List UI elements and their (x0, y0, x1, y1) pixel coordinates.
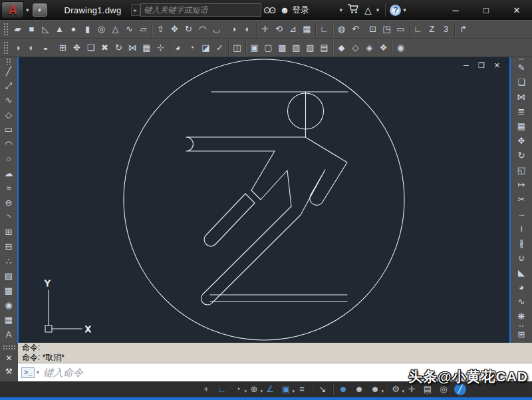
copy-icon[interactable]: ❏ (515, 76, 529, 91)
command-prompt-caret-icon[interactable]: ▾ (37, 369, 39, 375)
visual-2d-wireframe-icon[interactable]: ▣ (247, 41, 261, 55)
workspace-switching-icon[interactable]: ⚙▾ (388, 383, 404, 397)
fillet-icon[interactable]: ◕ (515, 281, 529, 296)
help-button[interactable]: ? (390, 5, 401, 16)
cone-icon[interactable]: ▲ (53, 23, 66, 37)
chamfer-edge-icon[interactable]: ◔ (185, 41, 199, 55)
3d-rotate-icon[interactable]: ↻ (182, 23, 196, 37)
gizmo-move-icon[interactable]: ✛ (258, 23, 272, 37)
circle-icon[interactable]: ○ (2, 152, 16, 167)
solid-subtract-icon[interactable]: ◐ (25, 41, 39, 55)
lineweight-icon[interactable]: ≡ (294, 383, 310, 397)
table-icon[interactable]: ▦ (2, 313, 16, 328)
join-icon[interactable]: ∪ (515, 252, 529, 266)
gizmo-rotate-icon[interactable]: ⟲ (272, 23, 286, 37)
toolbar-grip[interactable] (3, 41, 9, 55)
render-presets-icon[interactable]: ❖ (376, 41, 390, 55)
drawing-close-button[interactable]: ✕ (494, 61, 500, 69)
sphere-icon[interactable]: ● (66, 23, 80, 37)
selection-cycling-icon[interactable]: ↘ (315, 383, 331, 397)
dynamic-input-icon[interactable]: + (198, 383, 214, 397)
quick-access-toggle-button[interactable]: ▾ (33, 3, 47, 17)
polysolid-icon[interactable]: ▰ (11, 23, 25, 37)
ucs-previous-icon[interactable]: ↶ (348, 23, 362, 37)
visual-hidden-icon[interactable]: ▩ (275, 41, 289, 55)
ucs-view-icon[interactable]: ▭ (394, 23, 408, 37)
osnap-tracking-icon[interactable]: ⊕▾ (246, 383, 262, 397)
annotation-scale-icon[interactable]: ☻▾ (367, 383, 383, 397)
command-history[interactable]: 命令:命令: *取消* (18, 343, 532, 363)
visual-wireframe-icon[interactable]: ▢ (261, 41, 275, 55)
pyramid-icon[interactable]: △ (108, 23, 122, 37)
search-expand-button[interactable]: ▸ (131, 4, 140, 16)
visual-conceptual-icon[interactable]: ▧ (303, 41, 317, 55)
help-caret-icon[interactable]: ▾ (403, 7, 406, 13)
object-snap-icon[interactable]: ▣▾ (278, 383, 294, 397)
app-menu-caret-icon[interactable]: ▾ (26, 7, 29, 13)
annotation-visibility-icon[interactable]: ☻ (335, 383, 351, 397)
render-camera-icon[interactable]: ◉ (394, 41, 408, 55)
extend-icon[interactable]: → (515, 208, 529, 222)
3d-move-op-icon[interactable]: ✥ (70, 41, 84, 55)
explode-icon[interactable]: ❋ (515, 310, 529, 325)
visual-shaded-icon[interactable]: ▤ (317, 41, 331, 55)
rotate-icon[interactable]: ↻ (515, 149, 529, 164)
erase-icon[interactable]: ✎ (515, 61, 529, 76)
revision-cloud-icon[interactable]: ☁ (2, 167, 16, 182)
presspull-solid-icon[interactable]: ⊞ (56, 41, 70, 55)
mtext-icon[interactable]: A (2, 328, 16, 343)
3d-move-icon[interactable]: ✥ (168, 23, 182, 37)
line-icon[interactable]: ╱ (2, 65, 16, 79)
check-icon[interactable]: ✓ (213, 41, 227, 55)
fillet-edge-icon[interactable]: ◕ (171, 41, 185, 55)
3d-mirror-icon[interactable]: ⋈ (126, 41, 140, 55)
helix-icon[interactable]: ∿ (122, 23, 136, 37)
command-customize-wrench-icon[interactable]: ⚒ (5, 367, 13, 376)
construction-line-icon[interactable]: ⤢ (2, 79, 16, 94)
signin-group[interactable]: ☻ 登录 ▾ (280, 5, 344, 16)
torus-icon[interactable]: ◎ (94, 23, 108, 37)
box-icon[interactable]: ■ (25, 23, 39, 37)
point-icon[interactable]: ∴ (2, 255, 16, 270)
polyline-icon[interactable]: ∿ (2, 94, 16, 108)
toolbar-grip[interactable] (6, 58, 11, 65)
command-close-icon[interactable]: ✕ (5, 353, 12, 363)
polygon-icon[interactable]: ◇ (2, 108, 16, 123)
drawing-minimize-button[interactable]: ─ (464, 61, 469, 69)
3d-align-icon[interactable]: ⊹ (154, 41, 168, 55)
union-icon[interactable]: ◑ (227, 23, 241, 37)
sweep-icon[interactable]: ◠ (196, 23, 209, 37)
search-binoculars-icon[interactable]: ʘʘ (264, 5, 275, 15)
cylinder-icon[interactable]: ▮ (80, 23, 94, 37)
solid-intersect-icon[interactable]: ◒ (39, 41, 53, 55)
ucs-rotate-x-icon[interactable]: ↱ (456, 23, 470, 37)
gradient-icon[interactable]: ▩ (2, 284, 16, 299)
3d-rotate-op-icon[interactable]: ↻ (112, 41, 126, 55)
ucs-face-icon[interactable]: ◳ (380, 23, 394, 37)
slice-icon[interactable]: ◪ (199, 41, 213, 55)
a360-caret-icon[interactable]: ▾ (376, 7, 380, 13)
ucs-icon[interactable]: ∟ (317, 23, 331, 37)
render-medium-icon[interactable]: ◇ (348, 41, 362, 55)
maximize-button[interactable]: □ (471, 1, 501, 19)
loft-icon[interactable]: ◡ (209, 23, 223, 37)
polar-tracking-icon[interactable]: ◔▾ (230, 383, 246, 397)
render-high-icon[interactable]: ◈ (362, 41, 376, 55)
app-store-cart-icon[interactable] (344, 4, 362, 17)
signin-caret-icon[interactable]: ▾ (339, 7, 342, 13)
app-menu-button[interactable]: A (1, 1, 24, 19)
mirror-icon[interactable]: ⋈ (515, 91, 529, 105)
isodraft-icon[interactable]: ∠ (262, 383, 278, 397)
presspull-icon[interactable]: ⇧ (154, 23, 168, 37)
wedge-icon[interactable]: ◺ (39, 23, 53, 37)
docked-toolbar-partial-icon[interactable]: ⊞ (515, 328, 529, 343)
3d-copy-icon[interactable]: ❏ (84, 41, 98, 55)
minimize-button[interactable]: ─ (440, 1, 471, 19)
ellipse-arc-icon[interactable]: ◝ (2, 211, 16, 226)
arc-icon[interactable]: ◠ (2, 138, 16, 152)
scale-icon[interactable]: ◱ (515, 164, 529, 178)
3d-array-icon[interactable]: ▦ (300, 23, 314, 37)
dropdown-caret-icon[interactable]: ▾ (381, 385, 384, 398)
ucs-3point-icon[interactable]: 3 (439, 23, 453, 37)
offset-icon[interactable]: ≣ (515, 105, 529, 120)
